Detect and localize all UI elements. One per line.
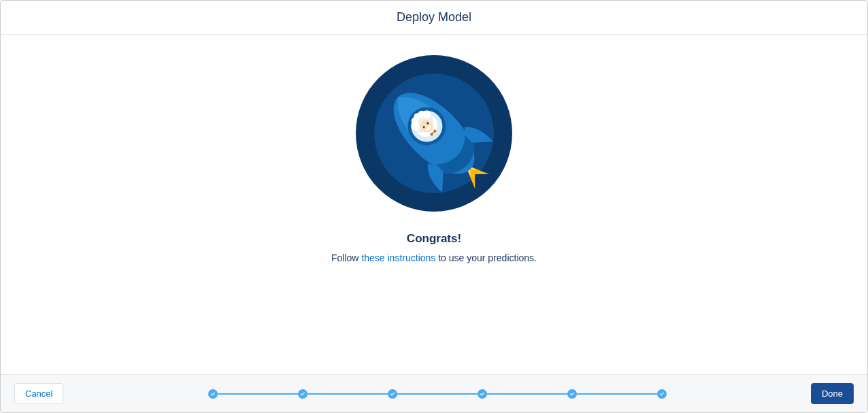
progress-step-5 <box>567 389 577 399</box>
done-button[interactable]: Done <box>811 383 854 404</box>
modal-content: Congrats! Follow these instructions to u… <box>1 35 867 374</box>
rocket-illustration <box>356 55 512 212</box>
progress-line <box>577 393 657 395</box>
progress-line <box>397 393 478 395</box>
progress-indicator <box>90 389 783 399</box>
progress-step-4 <box>478 389 487 399</box>
modal-footer: Cancel Done <box>1 374 867 412</box>
modal-header: Deploy Model <box>1 1 867 35</box>
instructions-link[interactable]: these instructions <box>361 252 435 263</box>
cancel-button[interactable]: Cancel <box>14 383 63 404</box>
progress-step-2 <box>298 389 307 399</box>
progress-line <box>307 393 388 395</box>
progress-step-3 <box>388 389 397 399</box>
congrats-heading: Congrats! <box>407 232 461 246</box>
progress-step-6 <box>657 389 667 399</box>
page-title: Deploy Model <box>1 10 867 24</box>
instruction-suffix: to use your predictions. <box>435 252 537 263</box>
progress-step-1 <box>208 389 218 399</box>
progress-line <box>218 393 298 395</box>
progress-line <box>487 393 567 395</box>
instruction-text: Follow these instructions to use your pr… <box>331 252 537 263</box>
instruction-prefix: Follow <box>331 252 361 263</box>
